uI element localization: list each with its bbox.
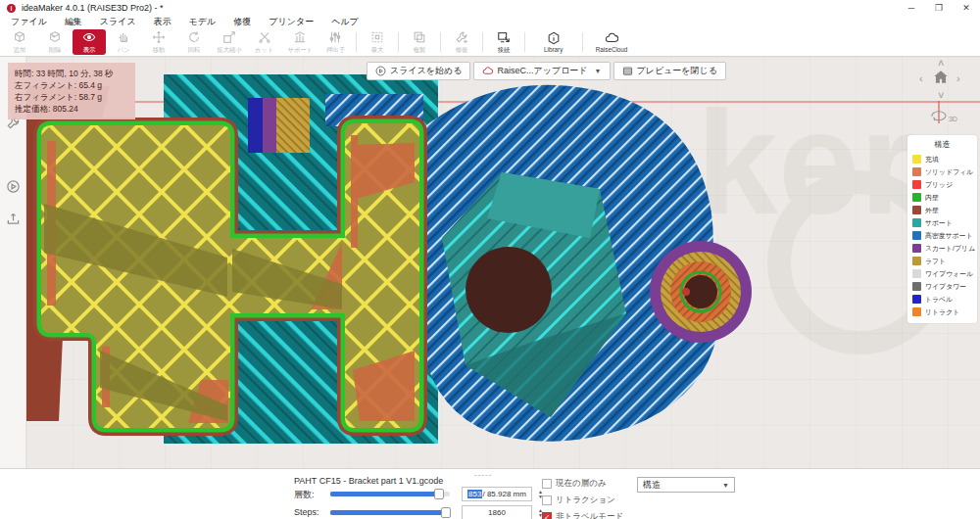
- cut-icon: [258, 30, 271, 44]
- start-slicing-label: スライスを始める: [390, 65, 462, 77]
- nav-left-button[interactable]: ‹: [919, 72, 923, 84]
- layers-value-field[interactable]: 853 / 85.928 mm: [462, 487, 532, 501]
- start-slicing-button[interactable]: スライスを始める: [367, 62, 470, 80]
- menu-item-5[interactable]: 修復: [224, 16, 260, 28]
- move-button[interactable]: 移動: [141, 29, 176, 56]
- connect-button[interactable]: 接続: [486, 29, 521, 56]
- toolbar-separator: [482, 32, 483, 52]
- menu-item-4[interactable]: モデル: [180, 16, 225, 28]
- legend-item-label: ブリッジ: [925, 180, 953, 189]
- legend-item-label: ラフト: [925, 257, 946, 265]
- rotate-3d-label: 3D: [949, 116, 957, 122]
- checkbox-label-0: 現在の層のみ: [556, 478, 607, 490]
- steps-slider-knob[interactable]: [441, 507, 451, 518]
- legend-item-label: スカート/ブリム: [925, 244, 975, 253]
- extruder-button[interactable]: 押出子: [318, 29, 353, 56]
- toolbar-label: 削除: [49, 45, 62, 54]
- steps-slider-fill: [330, 510, 446, 515]
- stat-row-0: 時間: 33 時間, 10 分, 38 秒: [15, 68, 128, 79]
- boss-rings: [650, 241, 752, 343]
- menu-item-2[interactable]: スライス: [91, 16, 145, 28]
- max-fit-button[interactable]: 最大: [360, 29, 395, 56]
- legend-color-chip: [912, 180, 921, 189]
- layers-slider[interactable]: [330, 492, 450, 496]
- pan-button[interactable]: パン: [106, 29, 141, 56]
- home-view-button[interactable]: [931, 69, 951, 88]
- legend-color-chip: [912, 295, 921, 304]
- layers-current-value: 853: [467, 490, 482, 498]
- nav-right-button[interactable]: ›: [956, 72, 960, 84]
- support-button[interactable]: サポート: [282, 29, 318, 56]
- nav-down-button[interactable]: ˅: [938, 89, 944, 101]
- panel-drag-handle[interactable]: -----: [474, 470, 492, 479]
- view-mode-dropdown[interactable]: 構造 ▼: [637, 477, 735, 493]
- export-upload-icon[interactable]: [6, 212, 21, 230]
- raisecloud-upload-button[interactable]: RaiseC...アップロード ▼: [473, 62, 610, 80]
- checkbox-label-1: リトラクション: [556, 495, 615, 506]
- repair-button[interactable]: 修復: [444, 29, 479, 56]
- upload-caret-icon[interactable]: ▼: [595, 68, 602, 74]
- view-button[interactable]: 表示: [73, 29, 106, 55]
- legend-item-label: 充填: [925, 155, 939, 164]
- rotate-button[interactable]: 回転: [176, 29, 212, 56]
- move-icon: [152, 30, 166, 44]
- legend-item-label: トラベル: [925, 295, 953, 304]
- window-title: ideaMaker 4.0.1 (RAISE3D Pro2) - *: [22, 3, 164, 13]
- steps-slider[interactable]: [330, 510, 450, 515]
- menu-item-0[interactable]: ファイル: [2, 16, 56, 28]
- legend-color-chip: [912, 218, 921, 227]
- checkbox-0[interactable]: [542, 479, 552, 489]
- duplicate-button[interactable]: 複製: [402, 29, 437, 56]
- legend-item-1: ソリッドフィル: [912, 165, 972, 178]
- steps-value-field[interactable]: 1860: [462, 505, 532, 519]
- toolbar-separator: [524, 32, 525, 52]
- toolbar-label: 回転: [188, 45, 201, 54]
- legend-color-chip: [912, 231, 921, 240]
- legend-color-chip: [912, 193, 921, 202]
- maximize-button[interactable]: ❐: [925, 0, 953, 16]
- checkbox-label-2: 非トラベルモード: [556, 511, 623, 519]
- menu-item-1[interactable]: 編集: [56, 16, 91, 28]
- preview-action-bar: スライスを始める RaiseC...アップロード ▼ プレビューを閉じる: [367, 62, 726, 80]
- legend-color-chip: [912, 269, 921, 278]
- toolbar-label: パン: [118, 45, 130, 54]
- close-preview-button[interactable]: プレビューを閉じる: [613, 62, 726, 80]
- dropdown-caret-icon: ▼: [722, 482, 729, 489]
- maximize-fit-icon: [370, 30, 384, 44]
- close-button[interactable]: ✕: [953, 0, 980, 16]
- delete-button[interactable]: 削除: [37, 29, 73, 56]
- legend-color-chip: [912, 167, 921, 176]
- toolbar-label: RaiseCloud: [596, 46, 628, 52]
- close-preview-label: プレビューを閉じる: [637, 65, 717, 77]
- legend-item-label: ワイプウォール: [925, 269, 973, 278]
- scale-button[interactable]: 拡大縮小: [212, 29, 247, 56]
- layers-slider-knob[interactable]: [434, 489, 444, 499]
- rotate-3d-button[interactable]: 3D: [929, 106, 957, 122]
- minimize-button[interactable]: ─: [898, 0, 925, 16]
- cut-button[interactable]: カット: [247, 29, 282, 56]
- toolbar-separator: [356, 32, 357, 52]
- raisecloud-button[interactable]: RaiseCloud: [586, 29, 637, 56]
- cloud-icon: [605, 31, 618, 45]
- sliders-icon: [328, 30, 342, 44]
- nav-up-button[interactable]: ˄: [938, 57, 944, 69]
- title-bar: i ideaMaker 4.0.1 (RAISE3D Pro2) - * ─ ❐…: [0, 0, 980, 16]
- layers-total-value: / 85.928 mm: [482, 490, 525, 498]
- toolbar-label: Library: [544, 46, 563, 52]
- checkbox-1[interactable]: [542, 495, 552, 505]
- checkbox-2[interactable]: ✓: [542, 512, 552, 519]
- legend-item-label: 内壁: [925, 193, 939, 202]
- menu-item-7[interactable]: ヘルプ: [322, 16, 368, 28]
- menu-item-6[interactable]: プリンター: [260, 16, 322, 28]
- checkbox-row-0: 現在の層のみ: [542, 477, 623, 491]
- play-circle-icon[interactable]: [6, 179, 21, 198]
- toolbar-label: 複製: [414, 45, 426, 54]
- add-button[interactable]: 追加: [2, 29, 37, 56]
- home-icon: [931, 69, 951, 86]
- menu-item-3[interactable]: 表示: [145, 16, 180, 28]
- steps-value: 1860: [488, 508, 506, 517]
- slice-preview-viewport[interactable]: ideaMaker: [26, 57, 980, 468]
- legend-color-chip: [912, 244, 921, 253]
- library-button[interactable]: Library: [528, 29, 579, 56]
- bracket-part: [41, 123, 419, 428]
